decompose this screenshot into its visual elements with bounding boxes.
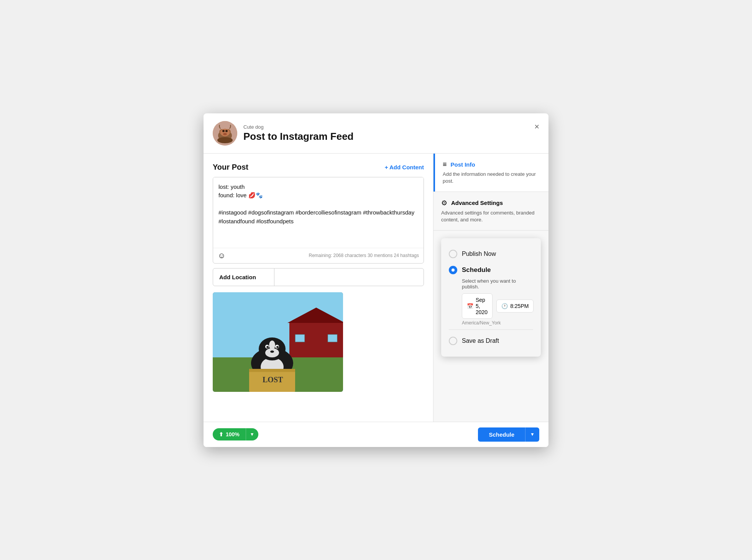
post-info-icon: ≡ bbox=[443, 160, 447, 169]
right-panel: ≡ Post Info Add the information needed t… bbox=[433, 154, 548, 422]
post-info-section: ≡ Post Info Add the information needed t… bbox=[433, 154, 548, 192]
svg-rect-13 bbox=[328, 334, 337, 342]
schedule-action-dropdown[interactable]: ▼ bbox=[525, 427, 539, 442]
schedule-fields: 📅 Sep 5, 2020 🕐 8:25PM bbox=[462, 293, 533, 319]
location-input[interactable] bbox=[274, 269, 424, 286]
upload-icon: ⬆ bbox=[219, 431, 223, 437]
date-value: Sep 5, 2020 bbox=[476, 297, 488, 315]
post-info-title: Post Info bbox=[451, 161, 475, 168]
save-draft-radio[interactable] bbox=[449, 337, 457, 345]
schedule-sub: Select when you want to publish. bbox=[462, 278, 533, 290]
modal-footer: ⬆ 100% ▼ Schedule ▼ bbox=[204, 422, 548, 447]
char-count: Remaining: 2068 characters 30 mentions 2… bbox=[309, 253, 419, 258]
advanced-title: Advanced Settings bbox=[451, 200, 503, 206]
schedule-button-group: Schedule ▼ bbox=[478, 427, 539, 442]
publish-popup: Publish Now Schedule Select when you wan… bbox=[441, 238, 541, 357]
active-indicator bbox=[433, 154, 435, 192]
svg-point-23 bbox=[270, 350, 274, 353]
svg-point-22 bbox=[276, 346, 279, 348]
modal-container: Cute dog Post to Instagram Feed × Your P… bbox=[204, 113, 548, 447]
your-post-title: Your Post bbox=[213, 163, 248, 172]
left-panel: Your Post + Add Content lost: youth foun… bbox=[204, 154, 433, 422]
post-image: LOST bbox=[213, 292, 343, 392]
publish-now-radio[interactable] bbox=[449, 250, 457, 258]
upload-label: 100% bbox=[226, 431, 240, 437]
post-textarea[interactable]: lost: youth found: love 💋🐾 #instagood #d… bbox=[213, 177, 424, 246]
svg-point-5 bbox=[222, 130, 225, 132]
location-row: Add Location bbox=[213, 269, 424, 286]
timezone-label: America/New_York bbox=[462, 320, 533, 326]
header-subtitle: Cute dog bbox=[243, 124, 354, 130]
advanced-settings-section: ⚙ Advanced Settings Advanced settings fo… bbox=[433, 192, 548, 231]
location-container: Add Location bbox=[213, 268, 424, 286]
advanced-settings-header: ⚙ Advanced Settings bbox=[441, 199, 541, 207]
clock-icon: 🕐 bbox=[501, 303, 508, 309]
time-field[interactable]: 🕐 8:25PM bbox=[496, 300, 534, 313]
save-draft-option[interactable]: Save as Draft bbox=[449, 333, 533, 349]
add-location-button[interactable]: Add Location bbox=[213, 269, 274, 286]
emoji-button[interactable]: ☺ bbox=[218, 251, 225, 260]
publish-now-label: Publish Now bbox=[462, 251, 496, 257]
upload-button-group: ⬆ 100% ▼ bbox=[213, 428, 258, 440]
svg-point-24 bbox=[269, 341, 275, 350]
svg-point-21 bbox=[266, 346, 269, 348]
add-content-button[interactable]: + Add Content bbox=[385, 164, 424, 170]
post-info-header: ≡ Post Info bbox=[443, 160, 541, 169]
publish-now-option[interactable]: Publish Now bbox=[449, 246, 533, 262]
schedule-option[interactable]: Schedule bbox=[449, 262, 533, 278]
svg-rect-12 bbox=[295, 334, 305, 342]
textarea-footer: ☺ Remaining: 2068 characters 30 mentions… bbox=[213, 248, 424, 263]
time-value: 8:25PM bbox=[510, 303, 529, 309]
upload-dropdown-button[interactable]: ▼ bbox=[246, 428, 258, 440]
schedule-radio[interactable] bbox=[449, 266, 457, 274]
advanced-desc: Advanced settings for comments, branded … bbox=[441, 210, 541, 223]
date-field[interactable]: 📅 Sep 5, 2020 bbox=[462, 293, 493, 319]
avatar bbox=[213, 121, 237, 146]
modal-body: Your Post + Add Content lost: youth foun… bbox=[204, 154, 548, 422]
upload-main-button[interactable]: ⬆ 100% bbox=[213, 428, 246, 440]
post-textarea-container: lost: youth found: love 💋🐾 #instagood #d… bbox=[213, 177, 424, 264]
svg-rect-26 bbox=[249, 369, 295, 372]
calendar-icon: 📅 bbox=[467, 303, 473, 309]
save-draft-label: Save as Draft bbox=[462, 337, 499, 344]
popup-divider bbox=[449, 329, 533, 330]
section-header: Your Post + Add Content bbox=[213, 163, 424, 172]
header-text: Cute dog Post to Instagram Feed bbox=[243, 124, 354, 142]
advanced-icon: ⚙ bbox=[441, 199, 447, 207]
svg-text:LOST: LOST bbox=[263, 375, 283, 384]
svg-point-8 bbox=[217, 137, 233, 143]
post-info-desc: Add the information needed to create you… bbox=[443, 171, 541, 185]
schedule-action-button[interactable]: Schedule bbox=[478, 427, 525, 442]
close-button[interactable]: × bbox=[533, 121, 541, 133]
svg-point-6 bbox=[225, 130, 228, 132]
header-title: Post to Instagram Feed bbox=[243, 131, 354, 142]
modal-header: Cute dog Post to Instagram Feed × bbox=[204, 113, 548, 154]
svg-point-7 bbox=[223, 133, 227, 135]
schedule-label: Schedule bbox=[462, 266, 491, 274]
